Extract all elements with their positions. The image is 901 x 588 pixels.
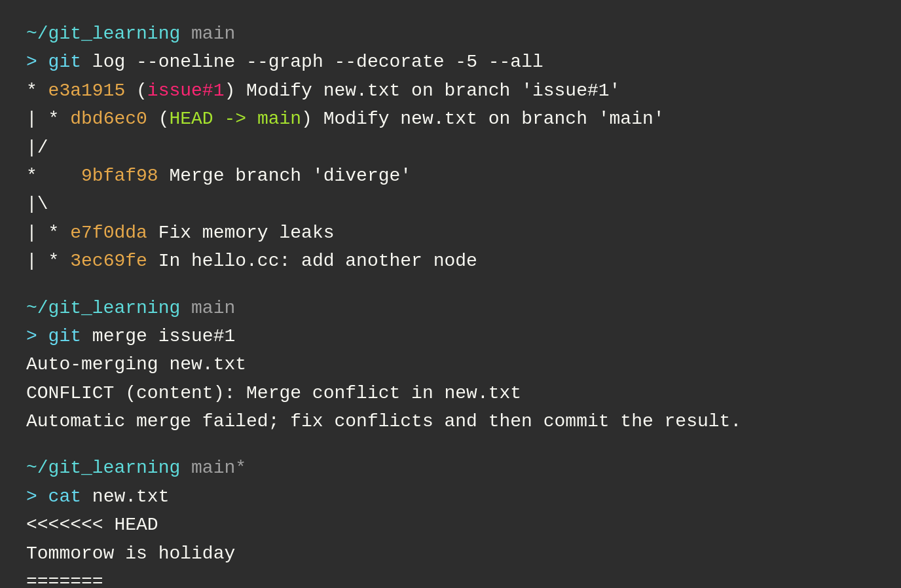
command-line: > git log --oneline --graph --decorate -… <box>26 48 875 76</box>
terminal-text: git <box>48 48 81 76</box>
terminal: ~/git_learning main> git log --oneline -… <box>26 20 875 588</box>
terminal-text: > <box>26 48 48 76</box>
terminal-text: git <box>48 322 81 350</box>
terminal-text: |/ <box>26 134 48 162</box>
terminal-text: ) Modify new.txt on branch 'issue#1' <box>224 77 620 105</box>
terminal-text: > <box>26 322 48 350</box>
output-line: |/ <box>26 134 875 162</box>
output-line: <<<<<<< HEAD <box>26 511 875 539</box>
terminal-text: Fix memory leaks <box>147 219 335 247</box>
terminal-text: merge issue#1 <box>81 322 235 350</box>
terminal-text: | * <box>26 247 70 275</box>
terminal-text: 3ec69fe <box>70 247 147 275</box>
command-line: > cat new.txt <box>26 483 875 511</box>
output-line: | * 3ec69fe In hello.cc: add another nod… <box>26 247 875 275</box>
spacer <box>26 276 875 294</box>
terminal-text: * <box>26 162 81 190</box>
output-line: | * e7f0dda Fix memory leaks <box>26 219 875 247</box>
terminal-text: issue#1 <box>147 77 225 105</box>
terminal-text: ~/git_learning <box>26 454 180 482</box>
terminal-text: Merge branch 'diverge' <box>158 162 411 190</box>
terminal-text: > <box>26 483 48 511</box>
terminal-text: ~/git_learning <box>26 20 180 48</box>
terminal-text: Auto-merging new.txt <box>26 350 246 378</box>
terminal-text: 9bfaf98 <box>81 162 158 190</box>
terminal-text: Automatic merge failed; fix conflicts an… <box>26 407 741 435</box>
terminal-text: Tommorow is holiday <box>26 540 235 568</box>
terminal-text: main <box>180 294 235 322</box>
terminal-text: ( <box>125 77 147 105</box>
prompt-line: ~/git_learning main <box>26 20 875 48</box>
output-line: Auto-merging new.txt <box>26 350 875 378</box>
terminal-text: e7f0dda <box>70 219 147 247</box>
output-line: * 9bfaf98 Merge branch 'diverge' <box>26 162 875 190</box>
terminal-text: ( <box>147 105 170 133</box>
output-line: Tommorow is holiday <box>26 540 875 568</box>
output-line: ======= <box>26 568 875 588</box>
prompt-line: ~/git_learning main* <box>26 454 875 482</box>
output-line: | * dbd6ec0 (HEAD -> main) Modify new.tx… <box>26 105 875 133</box>
terminal-text: ) Modify new.txt on branch 'main' <box>301 105 665 133</box>
terminal-text: * <box>26 77 48 105</box>
terminal-text: e3a1915 <box>48 77 126 105</box>
terminal-text: main <box>180 20 235 48</box>
terminal-text: new.txt <box>81 483 169 511</box>
terminal-text: |\ <box>26 190 48 218</box>
terminal-text: | * <box>26 105 70 133</box>
terminal-text: ======= <box>26 568 103 588</box>
output-line: * e3a1915 (issue#1) Modify new.txt on br… <box>26 77 875 105</box>
output-line: |\ <box>26 190 875 218</box>
spacer <box>26 435 875 454</box>
command-line: > git merge issue#1 <box>26 322 875 350</box>
output-line: Automatic merge failed; fix conflicts an… <box>26 407 875 435</box>
terminal-text: cat <box>48 483 81 511</box>
terminal-text: <<<<<<< HEAD <box>26 511 158 539</box>
terminal-text: HEAD -> main <box>169 105 301 133</box>
prompt-line: ~/git_learning main <box>26 294 875 322</box>
terminal-text: main* <box>180 454 246 482</box>
terminal-text: ~/git_learning <box>26 294 180 322</box>
terminal-text: CONFLICT (content): Merge conflict in ne… <box>26 379 521 407</box>
terminal-text: In hello.cc: add another node <box>147 247 477 275</box>
terminal-text: dbd6ec0 <box>70 105 147 133</box>
output-line: CONFLICT (content): Merge conflict in ne… <box>26 379 875 407</box>
terminal-text: log --oneline --graph --decorate -5 --al… <box>81 48 543 76</box>
terminal-text: | * <box>26 219 70 247</box>
